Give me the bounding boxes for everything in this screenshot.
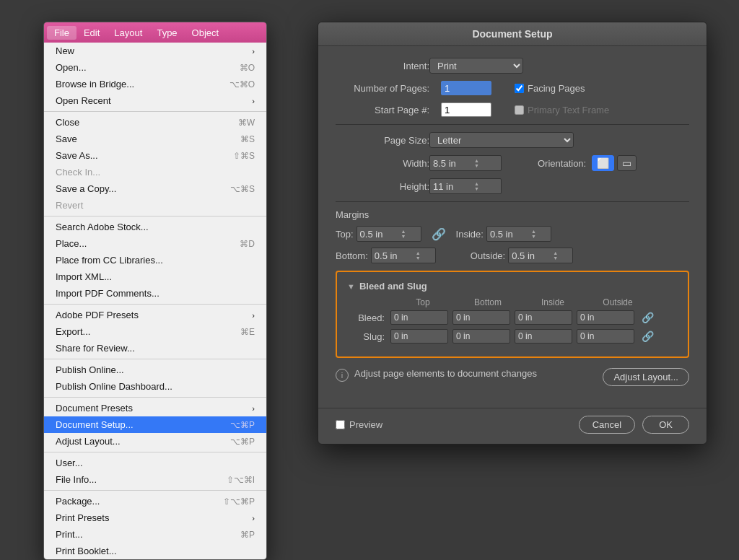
menu-item-new[interactable]: New › (44, 43, 266, 59)
margin-link-icon[interactable]: 🔗 (432, 227, 446, 241)
bleed-link-icon[interactable]: 🔗 (642, 312, 654, 323)
top-margin-spinbox[interactable]: ▲▼ (357, 226, 421, 242)
menu-item-pdf-presets[interactable]: Adobe PDF Presets › (44, 307, 266, 323)
bleed-outside-input[interactable] (577, 310, 634, 325)
menu-layout[interactable]: Layout (107, 26, 149, 40)
cancel-button[interactable]: Cancel (579, 416, 635, 434)
preview-checkbox[interactable] (336, 420, 345, 429)
menu-item-save[interactable]: Save ⌘S (44, 131, 266, 147)
slug-bottom-input[interactable] (452, 329, 510, 344)
menu-item-import-xml[interactable]: Import XML... (44, 268, 266, 285)
menu-item-search-stock[interactable]: Search Adobe Stock... (44, 219, 266, 235)
menu-item-save-as[interactable]: Save As... ⇧⌘S (44, 147, 266, 164)
height-spinbox[interactable]: ▲ ▼ (429, 178, 502, 194)
menu-item-doc-setup[interactable]: Document Setup... ⌥⌘P (44, 416, 266, 433)
facing-pages-label: Facing Pages (528, 83, 585, 94)
menu-edit[interactable]: Edit (76, 26, 107, 40)
top-margin-input[interactable] (360, 229, 400, 240)
menu-item-publish-dashboard[interactable]: Publish Online Dashboard... (44, 378, 266, 395)
menu-item-revert[interactable]: Revert (44, 197, 266, 214)
menu-item-browse-bridge[interactable]: Browse in Bridge... ⌥⌘O (44, 76, 266, 92)
menu-item-import-pdf[interactable]: Import PDF Comments... (44, 285, 266, 302)
app-window: File Edit Layout Type Object New › Open.… (43, 22, 267, 560)
intent-select[interactable]: Print Web Mobile (429, 58, 523, 74)
separator-4 (44, 359, 266, 359)
dialog-title: Document Setup (318, 22, 707, 46)
menu-item-save-copy[interactable]: Save a Copy... ⌥⌘S (44, 180, 266, 197)
landscape-button[interactable]: ▭ (617, 155, 637, 171)
menu-file[interactable]: File (47, 26, 76, 40)
col-bottom: Bottom (455, 297, 520, 307)
document-setup-dialog: Document Setup Intent: Print Web Mobile … (318, 22, 707, 445)
menu-item-export[interactable]: Export... ⌘E (44, 323, 266, 340)
width-row: Width: ▲ ▼ Orientation: ⬜ ▭ (336, 155, 689, 171)
menu-bar: File Edit Layout Type Object (44, 22, 266, 43)
outside-margin-spinbox[interactable]: ▲▼ (508, 248, 573, 263)
menu-item-open-recent[interactable]: Open Recent › (44, 92, 266, 109)
col-top: Top (390, 297, 455, 307)
bleed-bottom-input[interactable] (452, 310, 510, 325)
inside-margin-input[interactable] (490, 229, 530, 240)
slug-top-input[interactable] (390, 329, 448, 344)
margins-section: Margins Top: ▲▼ 🔗 (336, 209, 689, 263)
height-label: Height: (336, 181, 429, 192)
file-dropdown-menu: New › Open... ⌘O Browse in Bridge... ⌥⌘O… (44, 43, 266, 559)
primary-text-checkbox[interactable] (515, 105, 524, 115)
bottom-margin-input[interactable] (375, 250, 414, 261)
slug-outside-input[interactable] (577, 329, 634, 344)
footer-note-row: i Adjust page elements to document chang… (336, 368, 689, 386)
menu-item-print-presets[interactable]: Print Presets › (44, 509, 266, 526)
inside-margin-spinbox[interactable]: ▲▼ (486, 226, 551, 242)
outside-margin-input[interactable] (512, 250, 551, 261)
primary-text-label: Primary Text Frame (528, 105, 609, 115)
menu-item-print[interactable]: Print... ⌘P (44, 526, 266, 543)
slug-inside-input[interactable] (515, 329, 572, 344)
collapse-arrow-icon[interactable]: ▼ (347, 282, 355, 291)
ok-button[interactable]: OK (642, 416, 689, 434)
bleed-top-input[interactable] (390, 310, 448, 325)
info-circle-icon: i (336, 369, 349, 382)
page-size-select[interactable]: Letter A4 Custom (429, 132, 574, 148)
slug-link-icon[interactable]: 🔗 (642, 331, 654, 342)
width-input[interactable] (433, 158, 473, 169)
primary-text-row: Primary Text Frame (515, 105, 609, 115)
separator-2 (44, 216, 266, 216)
portrait-button[interactable]: ⬜ (592, 155, 614, 171)
menu-item-user[interactable]: User... (44, 455, 266, 471)
separator-6 (44, 452, 266, 452)
preview-row: Preview (336, 419, 579, 430)
menu-item-share-review[interactable]: Share for Review... (44, 340, 266, 356)
num-pages-label: Number of Pages: (336, 83, 429, 94)
bleed-inside-input[interactable] (515, 310, 572, 325)
menu-item-check-in[interactable]: Check In... (44, 164, 266, 180)
bottom-margin-spinbox[interactable]: ▲▼ (371, 248, 436, 263)
menu-item-place-cc[interactable]: Place from CC Libraries... (44, 252, 266, 268)
num-pages-input[interactable] (441, 81, 491, 95)
facing-pages-checkbox[interactable] (515, 84, 524, 93)
bleed-slug-section: ▼ Bleed and Slug Top Bottom Inside Outsi… (336, 271, 689, 358)
margins-title: Margins (336, 209, 689, 220)
menu-item-publish-online[interactable]: Publish Online... (44, 362, 266, 378)
menu-object[interactable]: Object (185, 26, 227, 40)
bleed-label: Bleed: (347, 312, 390, 323)
menu-type[interactable]: Type (149, 26, 184, 40)
bottom-label: Bottom: (336, 250, 368, 261)
menu-item-doc-presets[interactable]: Document Presets › (44, 400, 266, 416)
bleed-slug-col-headers: Top Bottom Inside Outside (390, 297, 678, 307)
menu-item-print-booklet[interactable]: Print Booklet... (44, 543, 266, 559)
adjust-layout-button[interactable]: Adjust Layout... (603, 368, 689, 386)
col-inside: Inside (520, 297, 585, 307)
menu-item-adjust-layout[interactable]: Adjust Layout... ⌥⌘P (44, 433, 266, 450)
height-row: Height: ▲ ▼ (336, 178, 689, 194)
start-page-input[interactable] (441, 102, 491, 117)
menu-item-close[interactable]: Close ⌘W (44, 114, 266, 131)
menu-item-file-info[interactable]: File Info... ⇧⌥⌘I (44, 471, 266, 488)
menu-item-open[interactable]: Open... ⌘O (44, 59, 266, 76)
height-input[interactable] (433, 181, 473, 192)
menu-item-place[interactable]: Place... ⌘D (44, 235, 266, 252)
intent-label: Intent: (336, 61, 429, 71)
width-spinbox[interactable]: ▲ ▼ (429, 155, 502, 171)
menu-item-package[interactable]: Package... ⇧⌥⌘P (44, 493, 266, 509)
bleed-row: Bleed: 🔗 (347, 310, 678, 325)
bleed-slug-grid: Top Bottom Inside Outside Bleed: 🔗 (347, 297, 678, 344)
